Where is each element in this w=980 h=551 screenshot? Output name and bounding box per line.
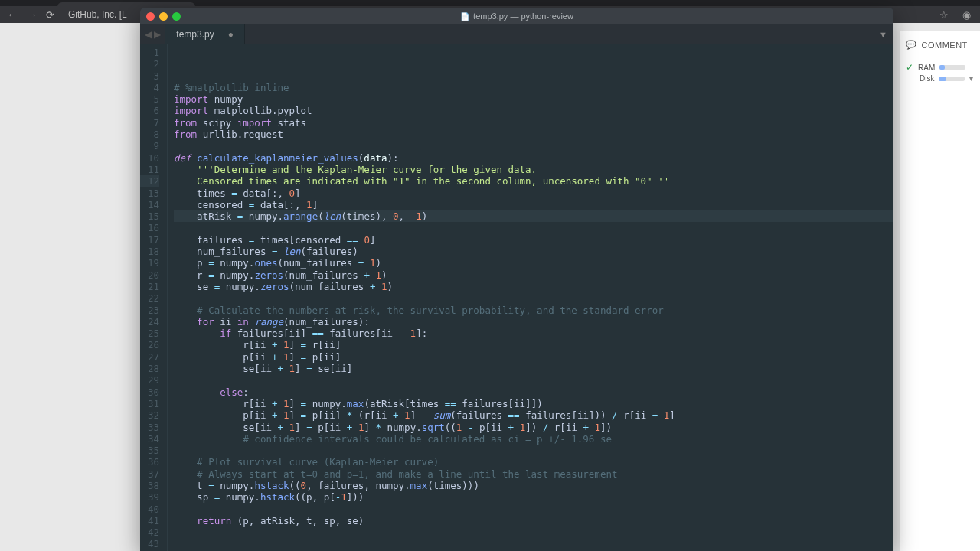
- code-line[interactable]: r[ii + 1] = numpy.max(atRisk[times == fa…: [174, 398, 893, 409]
- code-line[interactable]: # Calculate the numbers-at-risk, the sur…: [174, 305, 893, 316]
- code-line[interactable]: import numpy: [174, 93, 893, 105]
- colab-right-pane: 💬 COMMENT ✓ RAM Disk ▾: [900, 31, 980, 551]
- star-icon[interactable]: ☆: [939, 9, 949, 21]
- line-number: 26: [140, 339, 159, 350]
- code-line[interactable]: p[ii + 1] = p[ii] * (r[ii + 1] - sum(fai…: [174, 409, 893, 421]
- code-line[interactable]: else:: [174, 386, 893, 398]
- line-number: 31: [140, 398, 159, 409]
- line-number: 34: [140, 433, 159, 445]
- line-number: 3: [140, 70, 159, 82]
- minimize-window-icon[interactable]: [159, 12, 168, 21]
- file-tab-label: temp3.py: [176, 29, 214, 40]
- code-line[interactable]: se = numpy.zeros(num_failures + 1): [174, 281, 893, 292]
- code-line[interactable]: t = numpy.hstack((0, failures, numpy.max…: [174, 480, 893, 491]
- file-tab-temp3[interactable]: temp3.py ●: [165, 24, 245, 44]
- reload-icon[interactable]: ⟳: [46, 9, 54, 21]
- code-line[interactable]: import matplotlib.pyplot: [174, 105, 893, 116]
- close-window-icon[interactable]: [146, 12, 155, 21]
- code-line[interactable]: [174, 527, 893, 538]
- comment-icon: 💬: [906, 40, 917, 50]
- code-line[interactable]: from scipy import stats: [174, 117, 893, 129]
- code-line[interactable]: r = numpy.zeros(num_failures + 1): [174, 269, 893, 281]
- code-line[interactable]: # Plot survival curve (Kaplan-Meier curv…: [174, 456, 893, 468]
- line-number: 7: [140, 117, 159, 129]
- code-line[interactable]: return (p, atRisk, t, sp, se): [174, 515, 893, 527]
- file-icon: 📄: [460, 12, 469, 21]
- line-number: 21: [140, 281, 159, 292]
- line-number: 13: [140, 187, 159, 199]
- code-line[interactable]: from urllib.request: [174, 129, 893, 140]
- line-number: 39: [140, 491, 159, 503]
- code-line[interactable]: Censored times are indicated with "1" in…: [174, 175, 893, 187]
- line-number: 11: [140, 164, 159, 175]
- check-icon: ✓: [906, 62, 913, 73]
- disk-indicator[interactable]: Disk ▾: [906, 74, 974, 83]
- maximize-window-icon[interactable]: [172, 12, 181, 21]
- code-line[interactable]: # confidence intervals could be calculat…: [174, 433, 893, 445]
- line-number: 9: [140, 140, 159, 152]
- code-line[interactable]: [174, 504, 893, 515]
- line-number: 4: [140, 82, 159, 93]
- line-number: 15: [140, 210, 159, 222]
- traffic-lights: [146, 12, 181, 21]
- code-line[interactable]: num_failures = len(failures): [174, 246, 893, 257]
- code-line[interactable]: [174, 445, 893, 456]
- code-line[interactable]: [174, 222, 893, 233]
- code-line[interactable]: atRisk = numpy.arange(len(times), 0, -1): [174, 210, 893, 222]
- code-line[interactable]: p[ii + 1] = p[ii]: [174, 351, 893, 363]
- line-number-gutter: 1234567891011121314151617181920212223242…: [140, 44, 168, 551]
- line-number: 28: [140, 363, 159, 374]
- ram-indicator[interactable]: ✓ RAM: [906, 62, 974, 73]
- ram-bar: [939, 65, 965, 70]
- code-line[interactable]: # %matplotlib inline: [174, 82, 893, 93]
- code-line[interactable]: [174, 538, 893, 549]
- forward-icon[interactable]: →: [26, 8, 38, 21]
- code-line[interactable]: se[ii + 1] = p[ii + 1] * numpy.sqrt((1 -…: [174, 422, 893, 433]
- chevron-down-icon[interactable]: ▼: [873, 24, 893, 44]
- line-number: 8: [140, 129, 159, 140]
- code-line[interactable]: sp = numpy.hstack((p, p[-1])): [174, 491, 893, 503]
- line-number: 20: [140, 269, 159, 281]
- code-line[interactable]: [174, 140, 893, 152]
- code-line[interactable]: '''Determine and the Kaplan-Meier curve …: [174, 164, 893, 175]
- window-titlebar[interactable]: 📄 temp3.py — python-review: [140, 8, 893, 24]
- line-number: 1: [140, 47, 159, 58]
- tab-nav-arrows[interactable]: ◀ ▶: [140, 24, 165, 44]
- address-text[interactable]: GitHub, Inc. [L: [68, 9, 127, 20]
- line-number: 14: [140, 199, 159, 210]
- tab-bar: ◀ ▶ temp3.py ● ▼: [140, 24, 893, 44]
- code-line[interactable]: censored = data[:, 1]: [174, 199, 893, 210]
- code-line[interactable]: se[ii + 1] = se[ii]: [174, 363, 893, 374]
- code-line[interactable]: # Always start at t=0 and p=1, and make …: [174, 468, 893, 480]
- line-number: 23: [140, 305, 159, 316]
- code-editor[interactable]: 1234567891011121314151617181920212223242…: [140, 44, 893, 551]
- code-line[interactable]: [174, 292, 893, 304]
- line-number: 12: [140, 175, 159, 187]
- code-line[interactable]: for ii in range(num_failures):: [174, 316, 893, 328]
- line-number: 5: [140, 93, 159, 105]
- code-line[interactable]: def calculate_kaplanmeier_values(data):: [174, 152, 893, 164]
- code-line[interactable]: if failures[ii] == failures[ii - 1]:: [174, 328, 893, 339]
- line-number: 32: [140, 409, 159, 421]
- line-number: 29: [140, 374, 159, 386]
- code-line[interactable]: failures = times[censored == 0]: [174, 234, 893, 246]
- ram-label: RAM: [918, 64, 935, 72]
- code-content[interactable]: # %matplotlib inlineimport numpyimport m…: [168, 44, 893, 551]
- camera-icon[interactable]: ◉: [962, 9, 971, 21]
- back-icon[interactable]: ←: [6, 8, 18, 21]
- code-line[interactable]: p = numpy.ones(num_failures + 1): [174, 257, 893, 269]
- line-number: 6: [140, 105, 159, 116]
- ruler: [691, 44, 691, 551]
- line-number: 33: [140, 422, 159, 433]
- code-line[interactable]: times = data[:, 0]: [174, 187, 893, 199]
- line-number: 27: [140, 351, 159, 363]
- window-title: 📄 temp3.py — python-review: [460, 11, 573, 21]
- line-number: 42: [140, 527, 159, 538]
- chevron-down-icon[interactable]: ▾: [969, 74, 973, 83]
- line-number: 25: [140, 328, 159, 339]
- line-number: 38: [140, 480, 159, 491]
- comment-button[interactable]: 💬 COMMENT: [906, 40, 974, 50]
- code-line[interactable]: [174, 374, 893, 386]
- code-line[interactable]: r[ii + 1] = r[ii]: [174, 339, 893, 350]
- line-number: 16: [140, 222, 159, 233]
